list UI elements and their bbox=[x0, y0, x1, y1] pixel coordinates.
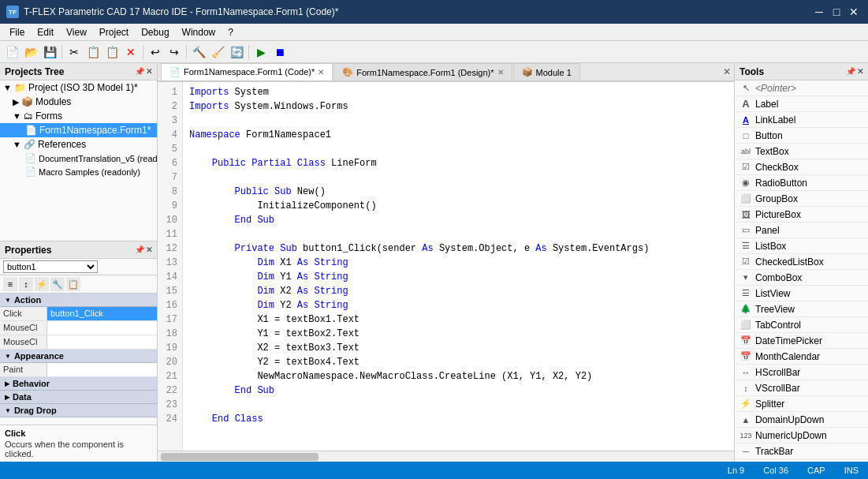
prop-mousecl1-value[interactable] bbox=[47, 321, 157, 335]
tool-combobox[interactable]: ▾ ComboBox bbox=[735, 270, 868, 286]
close-props-icon[interactable]: ✕ bbox=[146, 245, 152, 254]
prop-row-click: Click button1_Click bbox=[0, 307, 157, 321]
tool-hscrollbar[interactable]: ↔ HScrollBar bbox=[735, 365, 868, 380]
maximize-button[interactable]: □ bbox=[829, 4, 844, 20]
pin-icon-props[interactable]: 📌 bbox=[135, 245, 144, 254]
tool-textbox[interactable]: abl TextBox bbox=[735, 144, 868, 159]
tree-item-project[interactable]: ▼ 📁 Project (ISO 3D Model 1)* bbox=[0, 80, 157, 95]
tool-progressbar[interactable]: ▬ ProgressBar bbox=[735, 459, 868, 462]
status-bar: Ln 9 Col 36 CAP INS bbox=[0, 462, 868, 479]
tool-splitter[interactable]: ⚡ Splitter bbox=[735, 396, 868, 412]
h-scroll-thumb[interactable] bbox=[161, 453, 319, 461]
tool-linklabel[interactable]: A LinkLabel bbox=[735, 112, 868, 128]
tool-domainupdown[interactable]: ▲ DomainUpDown bbox=[735, 412, 868, 428]
object-dropdown[interactable]: button1 bbox=[3, 260, 98, 273]
menu-help[interactable]: ? bbox=[222, 25, 240, 39]
save-button[interactable]: 💾 bbox=[41, 43, 58, 61]
tools-header-icons: 📌 ✕ bbox=[846, 67, 863, 76]
projects-tree[interactable]: ▼ 📁 Project (ISO 3D Model 1)* ▶ 📦 Module… bbox=[0, 80, 157, 241]
tool-label[interactable]: A Label bbox=[735, 96, 868, 112]
section-appearance[interactable]: ▼ Appearance bbox=[0, 350, 157, 363]
close-tools-icon[interactable]: ✕ bbox=[857, 67, 863, 76]
tree-item-modules[interactable]: ▶ 📦 Modules bbox=[0, 95, 157, 109]
section-dragdrop-label: Drag Drop bbox=[14, 406, 57, 415]
code-lines[interactable]: Imports System Imports System.Windows.Fo… bbox=[183, 82, 734, 451]
props-alpha-btn[interactable]: ↕ bbox=[19, 277, 33, 291]
section-dragdrop[interactable]: ▼ Drag Drop bbox=[0, 404, 157, 417]
object-selector[interactable]: button1 bbox=[0, 259, 157, 275]
code-line-2: Imports System.Windows.Forms bbox=[189, 99, 728, 114]
tab-design[interactable]: 🎨 Form1Namespace.Form1 (Design)* ✕ bbox=[333, 63, 512, 80]
tool-datetimepicker[interactable]: 📅 DateTimePicker bbox=[735, 333, 868, 349]
tool-numericupdown[interactable]: 123 NumericUpDown bbox=[735, 428, 868, 443]
menu-file[interactable]: File bbox=[3, 25, 31, 39]
cut-button[interactable]: ✂ bbox=[65, 43, 83, 61]
tree-item-references[interactable]: ▼ 🔗 References bbox=[0, 137, 157, 152]
props-prop-btn[interactable]: 🔧 bbox=[50, 277, 65, 291]
tool-radiobutton[interactable]: ◉ RadioButton bbox=[735, 175, 868, 191]
tree-item-doctrans[interactable]: 📄 DocumentTranslation_v5 (readonly) bbox=[0, 152, 157, 165]
menu-edit[interactable]: Edit bbox=[31, 25, 60, 39]
undo-button[interactable]: ↩ bbox=[147, 43, 164, 61]
tab-code[interactable]: 📄 Form1Namespace.Form1 (Code)* ✕ bbox=[161, 63, 333, 80]
tree-item-macrosamples[interactable]: 📄 Macro Samples (readonly) bbox=[0, 165, 157, 178]
tool-vscrollbar[interactable]: ↕ VScrollBar bbox=[735, 380, 868, 396]
section-behavior[interactable]: ▶ Behavior bbox=[0, 377, 157, 391]
tool-splitter-text: Splitter bbox=[755, 399, 784, 410]
menu-debug[interactable]: Debug bbox=[135, 25, 175, 39]
macrosamples-label: Macro Samples (readonly) bbox=[39, 167, 140, 177]
pin-icon-tools[interactable]: 📌 bbox=[846, 67, 855, 76]
menu-view[interactable]: View bbox=[60, 25, 93, 39]
open-button[interactable]: 📂 bbox=[22, 43, 39, 61]
close-all-icon[interactable]: ✕ bbox=[723, 66, 731, 77]
tool-pointer[interactable]: ↖ <Pointer> bbox=[735, 80, 868, 96]
tree-item-form1[interactable]: 📄 Form1Namespace.Form1* bbox=[0, 123, 157, 137]
tool-groupbox[interactable]: ⬜ GroupBox bbox=[735, 191, 868, 207]
tool-button[interactable]: □ Button bbox=[735, 128, 868, 144]
rebuild-button[interactable]: 🔄 bbox=[228, 43, 245, 61]
close-tree-icon[interactable]: ✕ bbox=[146, 67, 152, 76]
close-button[interactable]: ✕ bbox=[846, 4, 862, 20]
h-scroll-area[interactable] bbox=[158, 451, 734, 462]
tools-list[interactable]: ↖ <Pointer> A Label A LinkLabel □ Button… bbox=[735, 80, 868, 462]
tool-trackbar[interactable]: ─ TrackBar bbox=[735, 443, 868, 459]
menu-project[interactable]: Project bbox=[93, 25, 135, 39]
redo-button[interactable]: ↪ bbox=[166, 43, 183, 61]
prop-click-value[interactable]: button1_Click bbox=[47, 307, 157, 320]
window-controls[interactable]: ─ □ ✕ bbox=[811, 4, 862, 20]
stop-button[interactable]: ⏹ bbox=[271, 43, 289, 61]
delete-button[interactable]: ✕ bbox=[122, 43, 140, 61]
tree-item-forms[interactable]: ▼ 🗂 Forms bbox=[0, 109, 157, 123]
tool-numericupdown-text: NumericUpDown bbox=[755, 430, 827, 441]
clean-button[interactable]: 🧹 bbox=[209, 43, 226, 61]
new-button[interactable]: 📄 bbox=[3, 43, 20, 61]
code-editor[interactable]: 1 2 3 4 5 6 7 8 9 10 11 12 13 14 15 16 1 bbox=[158, 82, 734, 451]
tool-treeview[interactable]: 🌲 TreeView bbox=[735, 301, 868, 317]
tool-tabcontrol[interactable]: ⬜ TabControl bbox=[735, 317, 868, 333]
tool-listbox[interactable]: ☰ ListBox bbox=[735, 238, 868, 254]
build-button[interactable]: 🔨 bbox=[190, 43, 207, 61]
section-data[interactable]: ▶ Data bbox=[0, 391, 157, 404]
props-doc-btn[interactable]: 📋 bbox=[66, 277, 80, 291]
section-action[interactable]: ▼ Action bbox=[0, 294, 157, 307]
tool-panel[interactable]: ▭ Panel bbox=[735, 223, 868, 238]
pin-icon[interactable]: 📌 bbox=[135, 67, 144, 76]
tab-code-close[interactable]: ✕ bbox=[318, 68, 324, 77]
tool-listview[interactable]: ☰ ListView bbox=[735, 286, 868, 301]
tool-checkedlistbox[interactable]: ☑ CheckedListBox bbox=[735, 254, 868, 270]
props-events-btn[interactable]: ⚡ bbox=[35, 277, 49, 291]
tool-monthcalendar[interactable]: 📅 MonthCalendar bbox=[735, 349, 868, 365]
props-cat-btn[interactable]: ≡ bbox=[3, 277, 17, 291]
tab-design-close[interactable]: ✕ bbox=[497, 68, 504, 77]
left-panel: Projects Tree 📌 ✕ ▼ 📁 Project (ISO 3D Mo… bbox=[0, 63, 158, 462]
run-button[interactable]: ▶ bbox=[252, 43, 270, 61]
tool-picturebox[interactable]: 🖼 PictureBox bbox=[735, 207, 868, 223]
tool-checkbox[interactable]: ☑ CheckBox bbox=[735, 159, 868, 175]
prop-mousecl2-value[interactable] bbox=[47, 335, 157, 349]
paste-button[interactable]: 📋 bbox=[103, 43, 121, 61]
minimize-button[interactable]: ─ bbox=[811, 4, 827, 20]
prop-paint-value[interactable] bbox=[47, 363, 157, 376]
menu-window[interactable]: Window bbox=[176, 25, 222, 39]
copy-button[interactable]: 📋 bbox=[84, 43, 102, 61]
tab-module[interactable]: 📦 Module 1 bbox=[513, 63, 580, 80]
